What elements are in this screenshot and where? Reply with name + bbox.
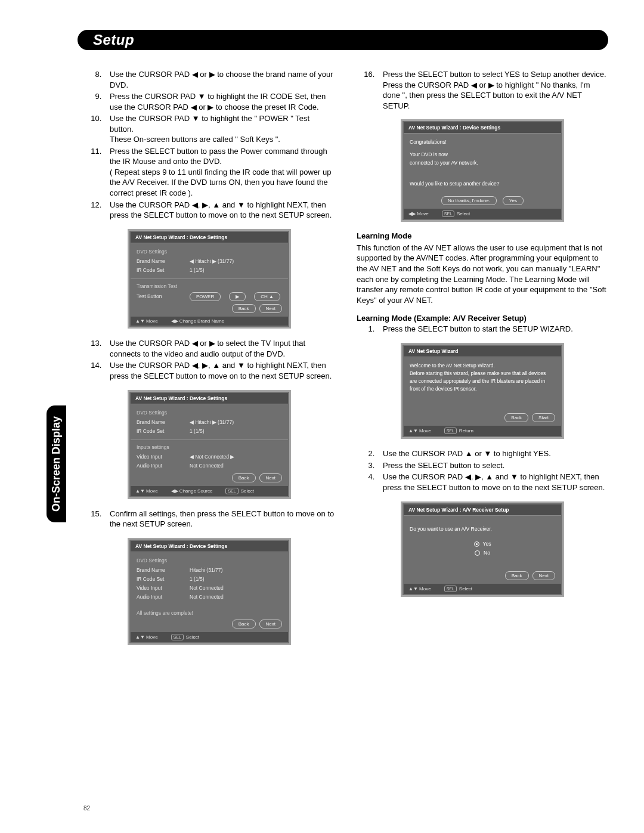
ch-up-button[interactable]: CH ▲: [254, 292, 280, 301]
step-11: Press the SELECT button to pass the Powe…: [104, 146, 335, 199]
radio-yes[interactable]: Yes: [410, 540, 555, 548]
example-steps-2-4: Use the CURSOR PAD ▲ or ▼ to highlight Y…: [357, 448, 608, 493]
step-10: Use the CURSOR PAD ▼ to highlight the " …: [104, 113, 335, 145]
section-header: Setup: [78, 30, 608, 50]
learning-mode-para: This function of the AV NET allows the u…: [357, 243, 608, 305]
steps-8-12: Use the CURSOR PAD ◀ or ▶ to choose the …: [83, 69, 335, 221]
left-column: Use the CURSOR PAD ◀ or ▶ to choose the …: [83, 69, 335, 655]
yes-button[interactable]: Yes: [503, 196, 524, 205]
step-14: Use the CURSOR PAD ◀, ▶, ▲ and ▼ to high…: [104, 360, 335, 381]
osd-device-settings-b: AV Net Setup Wizard : Device Settings DV…: [128, 390, 291, 499]
learning-example-head: Learning Mode (Example: A/V Receiver Set…: [357, 314, 608, 323]
power-button[interactable]: POWER: [190, 292, 221, 301]
step-12: Use the CURSOR PAD ◀, ▶, ▲ and ▼ to high…: [104, 200, 335, 221]
right-column: Press the SELECT button to select YES to…: [357, 69, 608, 655]
steps-13-14: Use the CURSOR PAD ◀ or ▶ to select the …: [83, 338, 335, 381]
next-button[interactable]: Next: [259, 620, 282, 628]
page-number: 82: [83, 805, 90, 812]
manual-page: Setup On-Screen Display Use the CURSOR P…: [0, 0, 644, 833]
radio-no[interactable]: No: [410, 549, 555, 557]
step-8: Use the CURSOR PAD ◀ or ▶ to choose the …: [104, 69, 335, 90]
no-thanks-button[interactable]: No thanks, I'mdone.: [441, 196, 497, 205]
step-13: Use the CURSOR PAD ◀ or ▶ to select the …: [104, 338, 335, 359]
start-button[interactable]: Start: [532, 413, 555, 422]
back-button[interactable]: Back: [232, 620, 256, 628]
example-step-1: Press the SELECT button to start the SET…: [357, 324, 608, 335]
play-button[interactable]: ▶: [229, 292, 246, 301]
back-button[interactable]: Back: [232, 473, 256, 482]
osd-device-settings-c: AV Net Setup Wizard : Device Settings DV…: [128, 538, 291, 645]
next-button[interactable]: Next: [259, 473, 282, 482]
osd-device-settings-a: AV Net Setup Wizard : Device Settings DV…: [128, 229, 291, 329]
osd-title: AV Net Setup Wizard : Device Settings: [131, 232, 288, 243]
learning-mode-head: Learning Mode: [357, 231, 608, 240]
osd-congrats: AV Net Setup Wizard : Device Settings Co…: [401, 119, 564, 222]
step-15: Confirm all settings, then press the SEL…: [83, 509, 335, 529]
step-9: Press the CURSOR PAD ▼ to highlight the …: [104, 91, 335, 112]
back-button[interactable]: Back: [505, 571, 529, 580]
back-button[interactable]: Back: [504, 413, 528, 422]
step-16: Press the SELECT button to select YES to…: [357, 69, 608, 111]
side-tab: On-Screen Display: [47, 405, 66, 522]
osd-wizard-welcome: AV Net Setup Wizard Welcome to the AV Ne…: [401, 343, 564, 439]
back-button[interactable]: Back: [232, 304, 256, 313]
section-title: Setup: [93, 32, 134, 48]
next-button[interactable]: Next: [259, 304, 282, 313]
next-button[interactable]: Next: [532, 571, 555, 580]
osd-av-receiver-setup: AV Net Setup Wizard : A/V Receiver Setup…: [401, 501, 564, 597]
